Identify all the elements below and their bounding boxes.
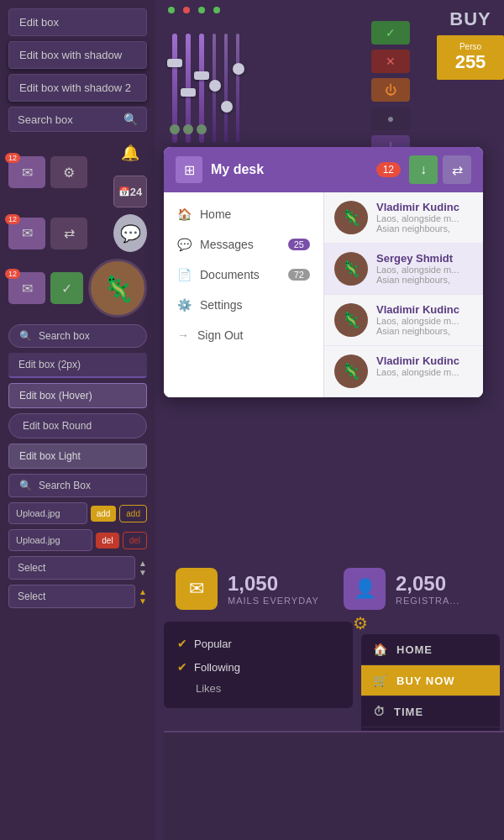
upload-add-outline-1[interactable]: add <box>119 505 147 522</box>
mydesk-widget: ⊞ My desk 12 ↓ ⇄ 🏠 Home 💬 Messages 25 📄 … <box>164 147 483 397</box>
search-icon-2: 🔍 <box>19 330 32 342</box>
search-box-3[interactable]: 🔍 Search Box <box>8 474 147 497</box>
mydesk-content: 🦎 Vladimir Kudinc Laos, alongside m...As… <box>323 192 483 397</box>
menu-item-home-label: Home <box>200 207 231 221</box>
contact-item-2[interactable]: 🦎 Sergey Shmidt Laos, alongside m...Asia… <box>324 244 483 295</box>
slider-6[interactable] <box>236 34 239 143</box>
bottom-menu-buynow[interactable]: 🛒 BUY NOW <box>361 665 500 696</box>
gear-center-icon[interactable]: ⚙ <box>353 613 368 633</box>
toggle-btn-circle[interactable]: ● <box>371 107 410 130</box>
contact-avatar-1: 🦎 <box>334 201 368 234</box>
pfl-popular[interactable]: ✔ Popular <box>177 632 339 655</box>
menu-item-home[interactable]: 🏠 Home <box>164 199 323 229</box>
avatar-large: 🦎 <box>88 259 147 318</box>
select-field-1[interactable]: Select <box>8 556 135 580</box>
search-box-3-label: Search Box <box>39 480 91 491</box>
edit-box-2px[interactable]: Edit box (2px) <box>8 353 147 378</box>
select-arrows-2[interactable]: ▲▼ <box>139 587 147 606</box>
bell-btn[interactable]: 🔔 <box>113 137 147 169</box>
mydesk-body: 🏠 Home 💬 Messages 25 📄 Documents 72 ⚙️ S… <box>164 192 483 397</box>
pfl-likes[interactable]: Likes <box>177 679 339 698</box>
select-field-2[interactable]: Select <box>8 585 135 608</box>
contact-name-3: Vladimir Kudinc <box>376 303 473 316</box>
mydesk-header: ⊞ My desk 12 ↓ ⇄ <box>164 147 483 192</box>
gear-btn-1[interactable]: ⚙ <box>50 156 87 188</box>
documents-badge: 72 <box>288 269 310 281</box>
pfl-check-popular: ✔ <box>177 637 187 650</box>
contact-item-1[interactable]: 🦎 Vladimir Kudinc Laos, alongside m...As… <box>324 192 483 244</box>
buy-price-num: 255 <box>442 51 499 73</box>
toggle-btn-check[interactable]: ✓ <box>371 21 410 45</box>
slider-handle-2[interactable] <box>181 88 196 97</box>
bottom-home-label: HOME <box>396 643 433 656</box>
slider-2[interactable] <box>186 34 191 143</box>
mydesk-share-btn[interactable]: ⇄ <box>443 155 471 184</box>
menu-item-messages[interactable]: 💬 Messages 25 <box>164 229 323 260</box>
upload-del-tag-2[interactable]: del <box>96 533 118 549</box>
mydesk-menu: 🏠 Home 💬 Messages 25 📄 Documents 72 ⚙️ S… <box>164 192 323 397</box>
menu-item-documents[interactable]: 📄 Documents 72 <box>164 260 323 290</box>
bottom-menu-home[interactable]: 🏠 HOME <box>361 634 500 665</box>
left-panel: Edit box Edit box with shadow Edit box w… <box>0 0 155 840</box>
edit-box-shadow2-label[interactable]: Edit box with shadow 2 <box>8 74 147 102</box>
slider-dot-5[interactable] <box>221 101 233 113</box>
upload-add-tag-1[interactable]: add <box>91 506 117 522</box>
search-box-2[interactable]: 🔍 Search box <box>8 324 147 348</box>
badge-mail-3: 12 ✉ <box>8 272 45 304</box>
slider-5[interactable] <box>224 34 228 143</box>
stat-num-1: 1,050 <box>228 572 319 596</box>
bottom-menu-time[interactable]: ⏱ TIME <box>361 696 500 727</box>
slider-3[interactable] <box>199 34 204 143</box>
menu-item-signout[interactable]: → Sign Out <box>164 320 323 350</box>
stat-block-1: ✉ 1,050 MAILS EVERYDAY <box>164 554 332 623</box>
share-btn-1[interactable]: ⇄ <box>50 218 87 249</box>
contact-name-4: Vladimir Kudinc <box>376 354 473 367</box>
slider-handle-3[interactable] <box>194 71 209 80</box>
pfl-popular-label: Popular <box>194 638 232 650</box>
mydesk-download-btn[interactable]: ↓ <box>409 155 438 184</box>
upload-field-2[interactable]: Upload.jpg <box>8 529 92 551</box>
stat-icon-mail: ✉ <box>176 568 218 610</box>
menu-item-signout-label: Sign Out <box>197 328 243 342</box>
contact-name-2: Sergey Shmidt <box>376 252 473 265</box>
chat-btn[interactable]: 💬 <box>113 214 147 252</box>
bottom-time-label: TIME <box>394 706 423 718</box>
contact-avatar-3: 🦎 <box>334 303 368 337</box>
contact-item-3[interactable]: 🦎 Vladimir Kudinc Laos, alongside m...As… <box>324 295 483 346</box>
bottom-buynow-label: BUY NOW <box>396 675 455 687</box>
bottom-time-icon: ⏱ <box>373 705 386 718</box>
contact-name-1: Vladimir Kudinc <box>376 201 473 213</box>
toggle-btn-power[interactable]: ⏻ <box>371 78 410 102</box>
edit-box-label[interactable]: Edit box <box>8 8 147 36</box>
buy-price-box[interactable]: Perso 255 <box>437 35 504 80</box>
icons-row-2: 12 ✉ ⇄ 💬 <box>8 214 147 252</box>
toggle-btn-x[interactable]: ✕ <box>371 50 410 73</box>
slider-dot-6[interactable] <box>233 63 244 75</box>
slider-4[interactable] <box>213 34 216 143</box>
edit-box-shadow-label[interactable]: Edit box with shadow <box>8 41 147 69</box>
edit-box-light[interactable]: Edit box Light <box>8 444 147 469</box>
pfl-following[interactable]: ✔ Following <box>177 655 339 679</box>
edit-box-round[interactable]: Edit box Round <box>8 413 147 438</box>
check-btn-1[interactable]: ✓ <box>50 272 83 304</box>
upload-field-1[interactable]: Upload.jpg <box>8 502 87 524</box>
stat-num-2: 2,050 <box>396 572 459 596</box>
badge-count-3: 12 <box>5 269 20 279</box>
bottom-home-icon: 🏠 <box>373 643 388 656</box>
badge-mail-1: 12 ✉ <box>8 156 45 188</box>
mydesk-badge: 12 <box>376 162 401 177</box>
search-box-top[interactable]: Search box 🔍 <box>8 107 147 132</box>
edit-box-hover[interactable]: Edit box (Hover) <box>8 383 147 408</box>
contact-item-4[interactable]: 🦎 Vladimir Kudinc Laos, alongside m... <box>324 346 483 397</box>
select-row-1: Select ▲▼ <box>8 556 147 580</box>
menu-item-settings[interactable]: ⚙️ Settings <box>164 290 323 320</box>
sliders-container <box>164 13 357 143</box>
calendar-btn[interactable]: 📅24 <box>113 176 147 207</box>
select-arrows-1[interactable]: ▲▼ <box>139 559 147 577</box>
slider-handle-1[interactable] <box>167 59 182 67</box>
signout-menu-icon: → <box>177 328 189 342</box>
contact-desc-1: Laos, alongside m...Asian neighbours, <box>376 213 473 234</box>
slider-dot-4[interactable] <box>209 80 221 92</box>
slider-1[interactable] <box>172 34 177 143</box>
upload-del-outline-2[interactable]: del <box>123 532 147 549</box>
